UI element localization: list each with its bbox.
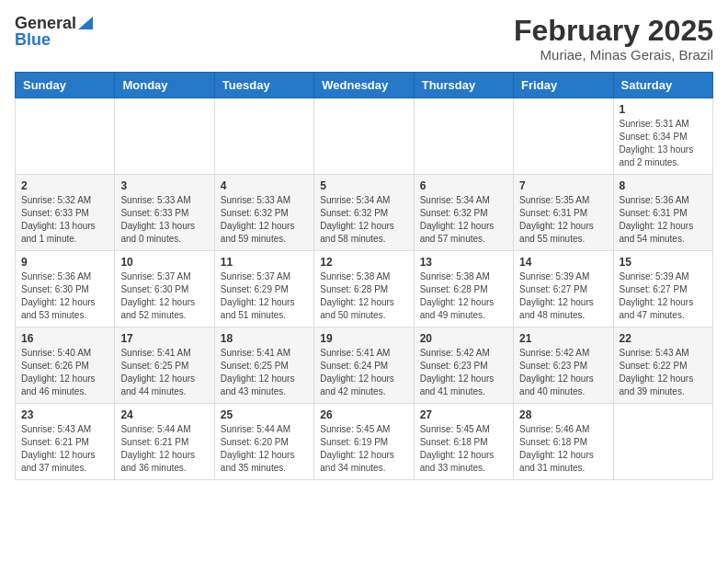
header-sunday: Sunday [16, 73, 115, 98]
day-info: Sunrise: 5:32 AMSunset: 6:33 PMDaylight:… [21, 194, 108, 246]
calendar-cell: 6Sunrise: 5:34 AMSunset: 6:32 PMDaylight… [414, 175, 513, 251]
calendar-cell: 2Sunrise: 5:32 AMSunset: 6:33 PMDaylight… [16, 175, 115, 251]
header-thursday: Thursday [414, 73, 513, 98]
day-info: Sunrise: 5:34 AMSunset: 6:32 PMDaylight:… [320, 194, 407, 246]
calendar-cell: 28Sunrise: 5:46 AMSunset: 6:18 PMDayligh… [514, 404, 613, 480]
day-number: 28 [519, 408, 607, 421]
calendar-cell: 15Sunrise: 5:39 AMSunset: 6:27 PMDayligh… [613, 251, 712, 327]
day-number: 5 [320, 179, 407, 192]
calendar-cell: 20Sunrise: 5:42 AMSunset: 6:23 PMDayligh… [414, 327, 513, 404]
calendar-cell: 12Sunrise: 5:38 AMSunset: 6:28 PMDayligh… [314, 251, 414, 327]
calendar-header-row: Sunday Monday Tuesday Wednesday Thursday… [16, 73, 713, 98]
logo-icon [78, 17, 93, 29]
calendar-cell: 13Sunrise: 5:38 AMSunset: 6:28 PMDayligh… [414, 251, 513, 327]
header-friday: Friday [514, 73, 613, 98]
day-number: 4 [221, 179, 308, 192]
day-info: Sunrise: 5:40 AMSunset: 6:26 PMDaylight:… [21, 347, 108, 398]
day-info: Sunrise: 5:31 AMSunset: 6:34 PMDaylight:… [620, 118, 707, 169]
day-number: 20 [420, 332, 507, 345]
day-number: 18 [221, 332, 308, 345]
calendar-cell: 26Sunrise: 5:45 AMSunset: 6:19 PMDayligh… [314, 404, 414, 480]
calendar-cell [514, 98, 613, 175]
calendar-cell [414, 98, 513, 175]
day-number: 8 [620, 179, 707, 192]
day-info: Sunrise: 5:38 AMSunset: 6:28 PMDaylight:… [320, 270, 407, 322]
calendar-cell: 18Sunrise: 5:41 AMSunset: 6:25 PMDayligh… [214, 327, 313, 404]
calendar-cell: 22Sunrise: 5:43 AMSunset: 6:22 PMDayligh… [613, 327, 712, 404]
day-info: Sunrise: 5:42 AMSunset: 6:23 PMDaylight:… [519, 347, 607, 398]
day-info: Sunrise: 5:33 AMSunset: 6:32 PMDaylight:… [221, 194, 308, 246]
day-number: 14 [519, 256, 607, 269]
calendar-cell: 4Sunrise: 5:33 AMSunset: 6:32 PMDaylight… [214, 175, 313, 251]
calendar-cell: 24Sunrise: 5:44 AMSunset: 6:21 PMDayligh… [115, 404, 214, 480]
calendar-week-row: 1Sunrise: 5:31 AMSunset: 6:34 PMDaylight… [16, 98, 713, 175]
day-number: 22 [620, 332, 707, 345]
title-section: February 2025 Muriae, Minas Gerais, Braz… [514, 15, 713, 63]
calendar-cell [214, 98, 313, 175]
day-info: Sunrise: 5:39 AMSunset: 6:27 PMDaylight:… [620, 270, 707, 322]
calendar-week-row: 2Sunrise: 5:32 AMSunset: 6:33 PMDaylight… [16, 175, 713, 251]
logo-blue-text: Blue [15, 30, 51, 49]
calendar-week-row: 16Sunrise: 5:40 AMSunset: 6:26 PMDayligh… [16, 327, 713, 404]
day-info: Sunrise: 5:35 AMSunset: 6:31 PMDaylight:… [519, 194, 607, 246]
day-info: Sunrise: 5:34 AMSunset: 6:32 PMDaylight:… [420, 194, 507, 246]
calendar-cell: 27Sunrise: 5:45 AMSunset: 6:18 PMDayligh… [414, 404, 513, 480]
day-number: 16 [21, 332, 108, 345]
day-number: 17 [120, 332, 208, 345]
calendar-cell: 17Sunrise: 5:41 AMSunset: 6:25 PMDayligh… [115, 327, 214, 404]
day-info: Sunrise: 5:42 AMSunset: 6:23 PMDaylight:… [420, 347, 507, 398]
day-info: Sunrise: 5:44 AMSunset: 6:21 PMDaylight:… [120, 423, 208, 475]
calendar-cell: 9Sunrise: 5:36 AMSunset: 6:30 PMDaylight… [16, 251, 115, 327]
calendar-cell [16, 98, 115, 175]
month-title: February 2025 [514, 15, 713, 47]
day-number: 3 [120, 179, 208, 192]
calendar-cell: 11Sunrise: 5:37 AMSunset: 6:29 PMDayligh… [214, 251, 313, 327]
calendar-cell: 16Sunrise: 5:40 AMSunset: 6:26 PMDayligh… [16, 327, 115, 404]
calendar-cell: 14Sunrise: 5:39 AMSunset: 6:27 PMDayligh… [514, 251, 613, 327]
calendar-cell [115, 98, 214, 175]
day-number: 19 [320, 332, 407, 345]
day-info: Sunrise: 5:46 AMSunset: 6:18 PMDaylight:… [519, 423, 607, 475]
day-info: Sunrise: 5:36 AMSunset: 6:31 PMDaylight:… [620, 194, 707, 246]
calendar-cell: 3Sunrise: 5:33 AMSunset: 6:33 PMDaylight… [115, 175, 214, 251]
calendar-week-row: 23Sunrise: 5:43 AMSunset: 6:21 PMDayligh… [16, 404, 713, 480]
day-number: 15 [620, 256, 707, 269]
day-number: 7 [519, 179, 607, 192]
day-info: Sunrise: 5:41 AMSunset: 6:24 PMDaylight:… [320, 347, 407, 398]
day-number: 27 [420, 408, 507, 421]
day-info: Sunrise: 5:41 AMSunset: 6:25 PMDaylight:… [221, 347, 308, 398]
header-saturday: Saturday [613, 73, 712, 98]
calendar-cell [314, 98, 414, 175]
calendar-cell: 23Sunrise: 5:43 AMSunset: 6:21 PMDayligh… [16, 404, 115, 480]
day-number: 10 [120, 256, 208, 269]
header-wednesday: Wednesday [314, 73, 414, 98]
day-info: Sunrise: 5:45 AMSunset: 6:18 PMDaylight:… [420, 423, 507, 475]
day-number: 21 [519, 332, 607, 345]
calendar-cell: 25Sunrise: 5:44 AMSunset: 6:20 PMDayligh… [214, 404, 313, 480]
day-info: Sunrise: 5:43 AMSunset: 6:22 PMDaylight:… [620, 347, 707, 398]
location-title: Muriae, Minas Gerais, Brazil [514, 47, 713, 63]
logo: General Blue [15, 15, 93, 49]
day-number: 23 [21, 408, 108, 421]
svg-marker-0 [78, 17, 93, 29]
header-tuesday: Tuesday [214, 73, 313, 98]
day-info: Sunrise: 5:43 AMSunset: 6:21 PMDaylight:… [21, 423, 108, 475]
day-number: 26 [320, 408, 407, 421]
day-info: Sunrise: 5:41 AMSunset: 6:25 PMDaylight:… [120, 347, 208, 398]
calendar-cell [613, 404, 712, 480]
day-info: Sunrise: 5:33 AMSunset: 6:33 PMDaylight:… [120, 194, 208, 246]
day-number: 1 [620, 103, 707, 116]
day-info: Sunrise: 5:39 AMSunset: 6:27 PMDaylight:… [519, 270, 607, 322]
day-info: Sunrise: 5:44 AMSunset: 6:20 PMDaylight:… [221, 423, 308, 475]
calendar-cell: 7Sunrise: 5:35 AMSunset: 6:31 PMDaylight… [514, 175, 613, 251]
day-number: 25 [221, 408, 308, 421]
calendar-cell: 8Sunrise: 5:36 AMSunset: 6:31 PMDaylight… [613, 175, 712, 251]
day-info: Sunrise: 5:37 AMSunset: 6:29 PMDaylight:… [221, 270, 308, 322]
header-monday: Monday [115, 73, 214, 98]
day-number: 24 [120, 408, 208, 421]
day-number: 9 [21, 256, 108, 269]
day-number: 11 [221, 256, 308, 269]
day-number: 2 [21, 179, 108, 192]
day-number: 13 [420, 256, 507, 269]
logo-general-text: General [15, 15, 76, 31]
